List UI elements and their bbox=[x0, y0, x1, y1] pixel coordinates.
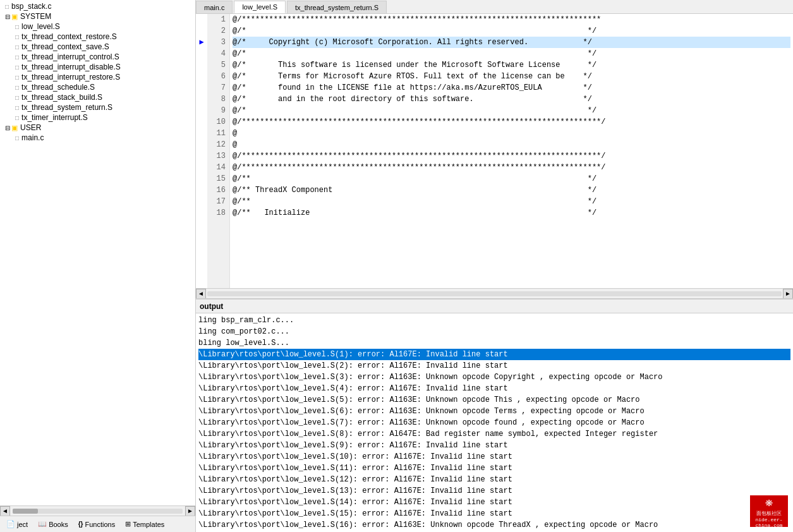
arrow-indicator bbox=[196, 105, 207, 116]
output-line: ling bsp_ram_clr.c... bbox=[198, 315, 790, 326]
arrow-indicator bbox=[196, 150, 207, 162]
line-number: 12 bbox=[211, 139, 226, 150]
arrow-indicator bbox=[196, 59, 207, 71]
code-scroll-left[interactable]: ◄ bbox=[196, 289, 206, 299]
code-line: @/** */ bbox=[233, 196, 790, 207]
tree-item-label: tx_thread_interrupt_disable.S bbox=[21, 63, 121, 71]
tree-item[interactable]: □ tx_thread_interrupt_control.S bbox=[0, 52, 195, 62]
code-hscroll-track bbox=[207, 291, 782, 296]
output-line: bling low_level.S... bbox=[198, 337, 790, 349]
arrow-indicator bbox=[196, 94, 207, 105]
tree-hscroll[interactable]: ◄ ► bbox=[0, 505, 195, 516]
tree-item[interactable]: □ tx_thread_context_restore.S bbox=[0, 32, 195, 42]
left-tab-icon: 📄 bbox=[6, 520, 15, 528]
right-panel: main.clow_level.Stx_thread_system_return… bbox=[196, 0, 793, 532]
arrow-indicator bbox=[196, 173, 207, 184]
watermark-icon: ❋ bbox=[765, 494, 773, 510]
left-tab-label: Books bbox=[49, 521, 68, 528]
file-s-icon: □ bbox=[15, 73, 19, 81]
line-number: 13 bbox=[211, 150, 226, 162]
hscroll-thumb[interactable] bbox=[13, 509, 38, 514]
line-number: 1 bbox=[211, 14, 226, 25]
scroll-right-btn[interactable]: ► bbox=[185, 506, 195, 516]
tree-item[interactable]: □ tx_thread_schedule.S bbox=[0, 82, 195, 92]
code-line: @/* Terms for Microsoft Azure RTOS. Full… bbox=[233, 71, 790, 82]
output-line: \Library\rtos\port\low_level.S(15): erro… bbox=[198, 508, 790, 519]
file-tree[interactable]: □ bsp_stack.c⊟ ▣ SYSTEM□ low_level.S□ tx… bbox=[0, 0, 195, 505]
tree-item[interactable]: ⊟ ▣ USER bbox=[0, 123, 195, 133]
arrow-indicator bbox=[196, 82, 207, 94]
code-line: @/** ThreadX Component */ bbox=[233, 184, 790, 196]
tree-item[interactable]: □ tx_thread_context_save.S bbox=[0, 42, 195, 52]
output-line: \Library\rtos\port\low_level.S(7): error… bbox=[198, 417, 790, 428]
scroll-left-btn[interactable]: ◄ bbox=[0, 506, 10, 516]
left-tab-functions[interactable]: {}Functions bbox=[73, 519, 121, 529]
left-tab-icon: ⊞ bbox=[125, 520, 131, 528]
file-s-icon: □ bbox=[15, 114, 19, 121]
output-line: \Library\rtos\port\low_level.S(4): error… bbox=[198, 383, 790, 394]
code-scroll-right[interactable]: ► bbox=[783, 289, 793, 299]
line-number: 8 bbox=[211, 94, 226, 105]
output-line: \Library\rtos\port\low_level.S(14): erro… bbox=[198, 497, 790, 508]
arrow-indicator bbox=[196, 116, 207, 128]
line-number: 17 bbox=[211, 196, 226, 207]
code-line: @/* */ bbox=[233, 48, 790, 59]
code-hscroll[interactable]: ◄ ► bbox=[196, 288, 793, 298]
line-number: 5 bbox=[211, 59, 226, 71]
tree-item[interactable]: □ tx_timer_interrupt.S bbox=[0, 112, 195, 123]
tree-item[interactable]: □ tx_thread_interrupt_disable.S bbox=[0, 62, 195, 72]
tree-item[interactable]: □ tx_thread_stack_build.S bbox=[0, 92, 195, 102]
arrow-indicator: ▶ bbox=[196, 37, 207, 48]
code-line: @/** */ bbox=[233, 173, 790, 184]
left-tab-label: ject bbox=[17, 521, 28, 528]
watermark-text: 面包板社区nide.eer-china.com bbox=[750, 510, 788, 528]
arrow-indicator bbox=[196, 25, 207, 37]
tree-item-label: main.c bbox=[21, 133, 44, 142]
arrow-indicator bbox=[196, 139, 207, 150]
output-line: \Library\rtos\port\low_level.S(1): error… bbox=[198, 349, 790, 360]
left-tab-templates[interactable]: ⊞Templates bbox=[120, 519, 169, 529]
line-number: 10 bbox=[211, 116, 226, 128]
left-tabs-bar: 📄ject📖Books{}Functions⊞Templates bbox=[0, 516, 195, 532]
file-s-icon: □ bbox=[15, 43, 19, 51]
editor-tab-main-c[interactable]: main.c bbox=[196, 1, 233, 13]
tree-item-label: tx_thread_context_restore.S bbox=[21, 32, 117, 41]
tree-item[interactable]: ⊟ ▣ SYSTEM bbox=[0, 11, 195, 21]
folder-icon: ▣ bbox=[11, 124, 18, 132]
tree-item[interactable]: □ tx_thread_system_return.S bbox=[0, 102, 195, 112]
code-line: @/* and in the root directory of this so… bbox=[233, 94, 790, 105]
editor-tab-low_level-S[interactable]: low_level.S bbox=[234, 1, 286, 13]
file-s-icon: □ bbox=[15, 23, 19, 30]
line-number: 16 bbox=[211, 184, 226, 196]
arrow-column: ▶ bbox=[196, 14, 207, 288]
line-numbers: 123456789101112131415161718 bbox=[207, 14, 230, 288]
code-editor[interactable]: ▶ 123456789101112131415161718 @/********… bbox=[196, 14, 793, 288]
code-line: @/* Copyright (c) Microsoft Corporation.… bbox=[233, 37, 790, 48]
code-line: @/* */ bbox=[233, 25, 790, 37]
tree-item-label: tx_thread_context_save.S bbox=[21, 42, 109, 51]
tree-item-label: tx_timer_interrupt.S bbox=[21, 113, 88, 122]
left-tab-icon: 📖 bbox=[38, 520, 47, 528]
left-tab-books[interactable]: 📖Books bbox=[33, 519, 73, 529]
line-number: 9 bbox=[211, 105, 226, 116]
tree-item[interactable]: □ main.c bbox=[0, 133, 195, 143]
tree-item[interactable]: □ low_level.S bbox=[0, 21, 195, 32]
arrow-indicator bbox=[196, 184, 207, 196]
output-line: \Library\rtos\port\low_level.S(8): error… bbox=[198, 428, 790, 440]
editor-tab-tx_thread_system_return-S[interactable]: tx_thread_system_return.S bbox=[287, 1, 387, 13]
tree-item-label: tx_thread_system_return.S bbox=[21, 103, 112, 112]
code-content[interactable]: @/**************************************… bbox=[230, 14, 793, 288]
tree-item[interactable]: □ bsp_stack.c bbox=[0, 1, 195, 11]
left-tab-ject[interactable]: 📄ject bbox=[1, 519, 33, 529]
code-line: @/**************************************… bbox=[233, 162, 790, 173]
line-number: 11 bbox=[211, 128, 226, 139]
output-content[interactable]: ling bsp_ram_clr.c...ling com_port02.c..… bbox=[196, 313, 793, 532]
output-line: \Library\rtos\port\low_level.S(16): erro… bbox=[198, 519, 790, 531]
code-line: @/** Initialize */ bbox=[233, 207, 790, 219]
tree-item[interactable]: □ tx_thread_interrupt_restore.S bbox=[0, 72, 195, 82]
output-line: \Library\rtos\port\low_level.S(13): erro… bbox=[198, 485, 790, 497]
output-line: \Library\rtos\port\low_level.S(10): erro… bbox=[198, 451, 790, 462]
code-line: @ bbox=[233, 128, 790, 139]
file-c-icon: □ bbox=[15, 134, 19, 142]
hscroll-track bbox=[13, 509, 183, 514]
